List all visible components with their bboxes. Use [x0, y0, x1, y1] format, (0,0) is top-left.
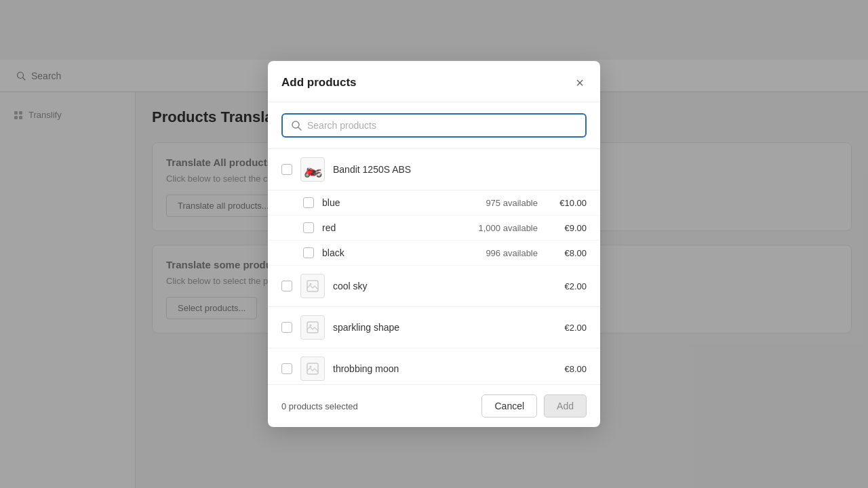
search-input[interactable]	[307, 120, 577, 131]
modal-search-section	[268, 102, 600, 148]
modal-header: Add products ×	[268, 61, 600, 102]
group-checkbox-bandit[interactable]	[281, 164, 292, 175]
modal-title: Add products	[281, 76, 357, 89]
variant-checkbox-black[interactable]	[303, 247, 314, 258]
product-thumb-sparkling-shape	[300, 315, 325, 340]
product-name-sparkling-shape: sparkling shape	[333, 322, 538, 333]
product-price-sparkling-shape: €2.00	[546, 323, 587, 333]
image-placeholder-icon	[307, 321, 319, 333]
variant-checkbox-red[interactable]	[303, 222, 314, 233]
variant-name-red: red	[322, 222, 462, 233]
svg-point-13	[310, 366, 312, 368]
product-checkbox-throbbing-moon[interactable]	[281, 363, 292, 374]
product-thumb-moto: 🏍️	[300, 157, 325, 182]
product-row-sparkling-shape: sparkling shape €2.00	[268, 307, 600, 348]
product-price-throbbing-moon: €8.00	[546, 364, 587, 374]
table-row: blue 975 available €10.00	[268, 190, 600, 216]
search-input-wrapper	[281, 113, 587, 138]
product-list: 🏍️ Bandit 1250S ABS blue 975 available €…	[268, 148, 600, 384]
moto-emoji: 🏍️	[304, 161, 322, 178]
variant-stock-red: 1,000 available	[470, 223, 538, 233]
product-row-throbbing-moon: throbbing moon €8.00	[268, 348, 600, 384]
product-group-name: Bandit 1250S ABS	[333, 164, 587, 175]
modal-close-button[interactable]: ×	[573, 75, 587, 91]
variant-price-blue: €10.00	[546, 198, 587, 208]
svg-line-7	[298, 127, 301, 130]
variant-name-black: black	[322, 247, 462, 258]
add-button[interactable]: Add	[544, 394, 587, 418]
product-thumb-throbbing-moon	[300, 357, 325, 381]
modal-wrapper: Add products × 🏍️ Bandit 1250S ABS	[0, 0, 868, 488]
product-group-header: 🏍️ Bandit 1250S ABS	[268, 149, 600, 190]
table-row: black 996 available €8.00	[268, 241, 600, 266]
variant-price-red: €9.00	[546, 223, 587, 233]
variant-stock-black: 996 available	[470, 248, 538, 258]
product-name-cool-sky: cool sky	[333, 281, 538, 291]
variant-checkbox-blue[interactable]	[303, 197, 314, 208]
cancel-button[interactable]: Cancel	[481, 394, 537, 418]
search-icon	[291, 120, 302, 131]
variant-stock-blue: 975 available	[470, 198, 538, 208]
variant-name-blue: blue	[322, 197, 462, 208]
product-name-throbbing-moon: throbbing moon	[333, 363, 538, 374]
image-placeholder-icon	[307, 363, 319, 375]
product-price-cool-sky: €2.00	[546, 281, 587, 291]
product-thumb-cool-sky	[300, 274, 325, 298]
footer-actions: Cancel Add	[481, 394, 587, 418]
table-row: red 1,000 available €9.00	[268, 216, 600, 241]
modal-footer: 0 products selected Cancel Add	[268, 384, 600, 427]
product-checkbox-sparkling-shape[interactable]	[281, 322, 292, 333]
selected-count-label: 0 products selected	[281, 401, 358, 411]
add-products-modal: Add products × 🏍️ Bandit 1250S ABS	[268, 61, 600, 427]
product-row-cool-sky: cool sky €2.00	[268, 266, 600, 307]
svg-point-11	[310, 325, 312, 327]
product-checkbox-cool-sky[interactable]	[281, 281, 292, 291]
variant-price-black: €8.00	[546, 248, 587, 258]
svg-point-9	[310, 283, 312, 285]
image-placeholder-icon	[307, 280, 319, 292]
